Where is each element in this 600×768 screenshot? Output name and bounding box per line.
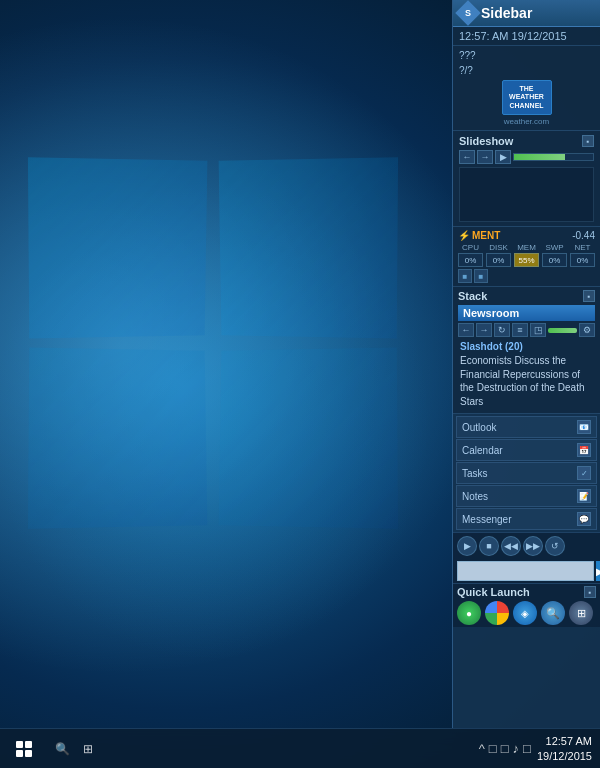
resource-icon-1[interactable]: ■: [458, 269, 472, 283]
taskbar-left: 🔍 ⊞: [8, 733, 98, 765]
app-item-notes[interactable]: Notes 📝: [456, 485, 597, 507]
media-repeat-button[interactable]: ↺: [545, 536, 565, 556]
ql-icon-app3[interactable]: ◈: [513, 601, 537, 625]
app-name-messenger: Messenger: [462, 514, 511, 525]
res-swp-box: 0%: [542, 253, 567, 267]
calendar-icon: 📅: [577, 443, 591, 457]
news-headline: Economists Discuss the Financial Repercu…: [460, 354, 593, 408]
weather-widget: ??? ?/? THEWEATHERCHANNEL weather.com: [453, 46, 600, 131]
app-item-calendar[interactable]: Calendar 📅: [456, 439, 597, 461]
ql-icon-chrome[interactable]: [485, 601, 509, 625]
stack-menu-button[interactable]: ▪: [583, 290, 595, 302]
ql-icon-search[interactable]: 🔍: [541, 601, 565, 625]
res-swp: SWP 0%: [542, 243, 567, 267]
stack-widget: Stack ▪ Newsroom ← → ↻ ≡ ◳ ⚙ Slashdot (2…: [453, 287, 600, 414]
weather-logo-text: THEWEATHERCHANNEL: [509, 85, 544, 110]
stack-title: Stack: [458, 290, 487, 302]
start-button[interactable]: [8, 733, 40, 765]
search-go-button[interactable]: ▶: [596, 561, 600, 581]
windows-logo: [30, 160, 430, 560]
quick-launch-title: Quick Launch: [457, 586, 530, 598]
start-icon: [16, 741, 32, 757]
weather-line1: ???: [459, 50, 594, 61]
weather-url: weather.com: [459, 117, 594, 126]
quick-launch-menu-button[interactable]: ▪: [584, 586, 596, 598]
resource-title: ⚡ MENT: [458, 230, 500, 241]
newsroom-content: Slashdot (20) Economists Discuss the Fin…: [458, 339, 595, 410]
taskbar-time-text: 12:57 AM: [537, 734, 592, 748]
slideshow-menu-button[interactable]: ▪: [582, 135, 594, 147]
slideshow-controls: ← → ▶: [459, 150, 594, 164]
tasks-icon: ✓: [577, 466, 591, 480]
res-mem: MEM 55%: [514, 243, 539, 267]
tray-msg-icon: □: [523, 741, 531, 756]
newsroom-bookmark-button[interactable]: ◳: [530, 323, 546, 337]
resource-icons: ■ ■: [458, 269, 595, 283]
sidebar-datetime-text: 12:57: AM 19/12/2015: [459, 30, 567, 42]
media-controls: ▶ ■ ◀◀ ▶▶ ↺: [453, 532, 600, 559]
app-item-outlook[interactable]: Outlook 📧: [456, 416, 597, 438]
taskbar-pinned-icons: 🔍 ⊞: [52, 739, 98, 759]
media-play-button[interactable]: ▶: [457, 536, 477, 556]
system-tray: ^ □ □ ♪ □: [479, 741, 531, 756]
resource-name: MENT: [472, 230, 500, 241]
win-panel-tr: [219, 157, 398, 338]
slideshow-play-button[interactable]: ▶: [495, 150, 511, 164]
slideshow-progress: [513, 153, 594, 161]
newsroom-progress: [548, 328, 577, 333]
resource-icon-2[interactable]: ■: [474, 269, 488, 283]
res-cpu: CPU 0%: [458, 243, 483, 267]
newsroom-controls: ← → ↻ ≡ ◳ ⚙: [458, 323, 595, 337]
desktop: S Sidebar 12:57: AM 19/12/2015 ??? ?/? T…: [0, 0, 600, 768]
newsroom-refresh-button[interactable]: ↻: [494, 323, 510, 337]
newsroom-prev-button[interactable]: ←: [458, 323, 474, 337]
taskbar: 🔍 ⊞ ^ □ □ ♪ □ 12:57 AM 19/12/2015: [0, 728, 600, 768]
app-name-outlook: Outlook: [462, 422, 496, 433]
tray-chevron-icon[interactable]: ^: [479, 741, 485, 756]
win-panel-br: [219, 347, 398, 528]
taskbar-right: ^ □ □ ♪ □ 12:57 AM 19/12/2015: [479, 734, 592, 763]
newsroom-settings-button[interactable]: ⚙: [579, 323, 595, 337]
slideshow-widget: Slideshow ▪ ← → ▶: [453, 131, 600, 227]
taskbar-task-view-icon[interactable]: ⊞: [78, 739, 98, 759]
ql-icon-app1[interactable]: ●: [457, 601, 481, 625]
tray-display-icon: □: [501, 741, 509, 756]
newsroom-list-button[interactable]: ≡: [512, 323, 528, 337]
win-panel-tl: [28, 157, 207, 338]
app-item-messenger[interactable]: Messenger 💬: [456, 508, 597, 530]
slideshow-progress-bar: [514, 154, 565, 160]
sidebar-header: S Sidebar: [453, 0, 600, 27]
messenger-icon: 💬: [577, 512, 591, 526]
newsroom-next-button[interactable]: →: [476, 323, 492, 337]
search-bar: ▶: [453, 559, 600, 583]
slideshow-title: Slideshow: [459, 135, 513, 147]
quick-launch-icons: ● ◈ 🔍 ⊞: [457, 601, 596, 625]
media-stop-button[interactable]: ■: [479, 536, 499, 556]
weather-line2: ?/?: [459, 65, 594, 76]
newsroom-title: Newsroom: [463, 307, 519, 319]
sidebar: S Sidebar 12:57: AM 19/12/2015 ??? ?/? T…: [452, 0, 600, 728]
media-rewind-button[interactable]: ◀◀: [501, 536, 521, 556]
search-input[interactable]: [457, 561, 594, 581]
taskbar-search-icon[interactable]: 🔍: [52, 739, 72, 759]
sidebar-logo-icon: S: [455, 0, 480, 25]
taskbar-clock[interactable]: 12:57 AM 19/12/2015: [537, 734, 592, 763]
app-name-calendar: Calendar: [462, 445, 503, 456]
weather-channel-logo[interactable]: THEWEATHERCHANNEL: [502, 80, 552, 115]
newsroom-bar: Newsroom: [458, 305, 595, 321]
slideshow-next-button[interactable]: →: [477, 150, 493, 164]
slideshow-prev-button[interactable]: ←: [459, 150, 475, 164]
app-name-notes: Notes: [462, 491, 488, 502]
media-forward-button[interactable]: ▶▶: [523, 536, 543, 556]
notes-icon: 📝: [577, 489, 591, 503]
tray-sound-icon[interactable]: ♪: [513, 741, 520, 756]
slideshow-image-area: [459, 167, 594, 222]
tray-network-icon: □: [489, 741, 497, 756]
win-panel-bl: [28, 347, 207, 528]
res-disk: DISK 0%: [486, 243, 511, 267]
sidebar-title: Sidebar: [481, 5, 532, 21]
resource-widget: ⚡ MENT -0.44 CPU 0% DISK 0%: [453, 227, 600, 287]
app-item-tasks[interactable]: Tasks ✓: [456, 462, 597, 484]
res-cpu-box: 0%: [458, 253, 483, 267]
ql-icon-extra[interactable]: ⊞: [569, 601, 593, 625]
